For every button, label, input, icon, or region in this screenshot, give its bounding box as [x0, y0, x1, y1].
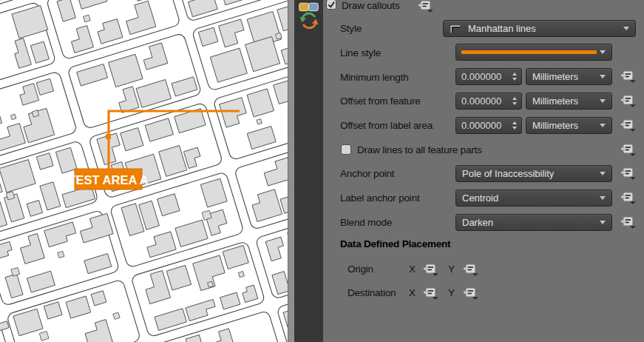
- style-value: Manhattan lines: [462, 23, 623, 34]
- panel-splitter[interactable]: [288, 0, 294, 342]
- label-callouts-settings-window: TEST AREA A Draw ca: [0, 0, 644, 342]
- map-canvas[interactable]: TEST AREA A: [0, 0, 288, 342]
- anchor-point-combo[interactable]: Pole of Inaccessibility: [455, 165, 612, 182]
- offset-feature-unit-combo[interactable]: Millimeters: [526, 93, 612, 110]
- label-anchor-point-label: Label anchor point: [340, 192, 420, 204]
- origin-y-label: Y: [448, 264, 455, 275]
- spin-arrows[interactable]: [512, 97, 517, 105]
- data-defined-override-icon[interactable]: [620, 144, 637, 156]
- spin-arrows[interactable]: [512, 121, 517, 130]
- check-icon: [327, 0, 336, 9]
- line-style-label: Line style: [340, 47, 381, 58]
- data-defined-override-icon[interactable]: [620, 167, 637, 180]
- spin-arrows[interactable]: [512, 73, 517, 81]
- line-style-preview: [461, 50, 597, 54]
- all-feature-parts-label: Draw lines to all feature parts: [357, 144, 482, 155]
- anchor-point-value: Pole of Inaccessibility: [456, 168, 600, 179]
- chevron-down-icon: [600, 75, 606, 78]
- origin-x-label: X: [409, 264, 416, 275]
- style-combo[interactable]: Manhattan lines: [443, 20, 636, 37]
- chevron-down-icon: [600, 172, 606, 175]
- chevron-down-icon: [600, 196, 606, 200]
- chevron-down-icon: [623, 27, 629, 30]
- blend-mode-label: Blend mode: [340, 217, 392, 228]
- data-defined-override-icon[interactable]: [620, 95, 637, 107]
- minimum-length-input[interactable]: [456, 70, 509, 83]
- side-toolbar: [294, 0, 323, 342]
- data-defined-override-icon[interactable]: [620, 119, 637, 132]
- unit-value: Millimeters: [526, 95, 600, 107]
- data-defined-override-icon[interactable]: [620, 192, 637, 204]
- all-feature-parts-checkbox[interactable]: [341, 144, 351, 155]
- anchor-point-label: Anchor point: [340, 168, 394, 179]
- data-defined-override-icon[interactable]: [417, 0, 434, 13]
- destination-y-label: Y: [448, 287, 455, 298]
- offset-label-area-unit-combo[interactable]: Millimeters: [526, 117, 612, 134]
- blend-mode-combo[interactable]: Darken: [455, 214, 612, 231]
- data-defined-override-icon[interactable]: [620, 216, 637, 229]
- offset-feature-spinbox[interactable]: [455, 93, 522, 110]
- destination-x-label: X: [409, 287, 416, 298]
- offset-label-area-input[interactable]: [456, 119, 509, 132]
- chevron-down-icon: [600, 124, 606, 127]
- feature-label: TEST AREA A: [68, 169, 148, 190]
- unit-value: Millimeters: [526, 71, 600, 82]
- minimum-length-label: Minimum length: [340, 72, 409, 83]
- manhattan-lines-icon: [449, 24, 462, 34]
- destination-label: Destination: [348, 287, 396, 298]
- draw-callouts-label: Draw callouts: [342, 0, 399, 11]
- data-defined-override-icon[interactable]: [462, 264, 479, 276]
- offset-feature-input[interactable]: [456, 95, 509, 107]
- chevron-down-icon: [600, 99, 606, 103]
- label-anchor-point-value: Centroid: [456, 192, 600, 204]
- minimum-length-spinbox[interactable]: [455, 68, 522, 85]
- chevron-down-icon: [600, 50, 606, 54]
- minimum-length-unit-combo[interactable]: Millimeters: [526, 68, 612, 85]
- origin-label: Origin: [348, 264, 373, 275]
- blend-mode-value: Darken: [456, 217, 600, 228]
- data-defined-override-icon[interactable]: [462, 287, 479, 300]
- chevron-down-icon: [600, 221, 606, 224]
- data-defined-placement-header: Data Defined Placement: [340, 238, 450, 249]
- line-style-combo[interactable]: [455, 44, 612, 61]
- data-defined-override-icon[interactable]: [422, 264, 439, 276]
- swap-arrows-icon[interactable]: [298, 11, 319, 30]
- callouts-panel: Draw callouts Style Manhattan lines Line…: [323, 0, 644, 342]
- style-label: Style: [340, 23, 362, 34]
- feature-label-text: TEST AREA A: [68, 173, 148, 187]
- data-defined-override-icon[interactable]: [620, 70, 637, 83]
- offset-label-area-label: Offset from label area: [340, 120, 433, 131]
- draw-callouts-checkbox[interactable]: [326, 0, 336, 10]
- data-defined-override-icon[interactable]: [422, 287, 439, 300]
- offset-label-area-spinbox[interactable]: [455, 117, 522, 134]
- label-anchor-point-combo[interactable]: Centroid: [455, 190, 612, 207]
- offset-feature-label: Offset from feature: [340, 95, 421, 107]
- unit-value: Millimeters: [526, 120, 600, 131]
